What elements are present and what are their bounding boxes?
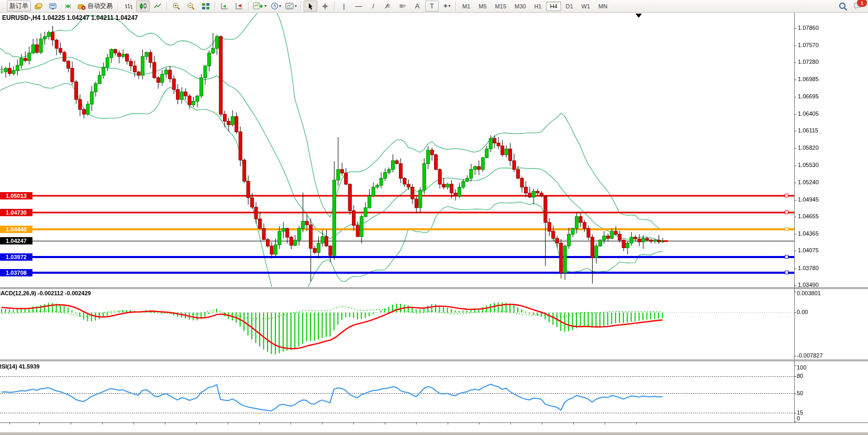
notification-badge: 1 [857,0,867,7]
toolbar-separator [455,2,457,10]
line-price-tag: 1.04730 [0,209,32,216]
add-indicator-icon[interactable]: ▾ [251,1,268,12]
timeframe-button-M15[interactable]: M15 [492,2,510,11]
line-price-tag: 1.03972 [0,253,32,261]
chart-ohlc-header: EURUSD-,H4 1.04225 1.04247 1.04211 1.042… [2,14,138,21]
price-axis-label: 1.05530 [798,162,819,168]
rsi-axis-label: 100 [797,364,806,371]
rsi-indicator-label: RSI(14) 41.5939 [0,363,40,370]
horizontal-line-tool-icon[interactable]: — [352,1,365,12]
price-axis-label: 1.06985 [798,76,819,82]
auto-trading-label: 自动交易 [87,2,113,10]
timeframe-toolbar: M1M5M15M30H1H4D1W1MN [458,2,611,11]
arrows-glyph-icon: ✦ [443,3,449,9]
macd-indicator-label: MACD(12,26,9) -0.002112 -0.002429 [0,290,91,296]
text-label-tool-icon[interactable]: T [425,1,439,12]
line-price-tag: 1.04440 [0,226,32,233]
cursor-icon[interactable] [304,1,317,12]
arrows-tool-icon[interactable]: ✦ ▾ [440,1,453,12]
toolbar-grip[interactable] [2,2,5,10]
text-tool-icon[interactable]: A [410,1,424,12]
trendline-tool-icon[interactable]: / [366,1,380,12]
chart-canvas[interactable] [0,0,868,435]
auto-scroll-icon[interactable] [218,1,231,12]
price-axis-label: 1.06695 [798,93,819,99]
timeframe-button-M30[interactable]: M30 [511,2,529,11]
timeframe-button-M1[interactable]: M1 [459,2,474,11]
market-watch-icon[interactable] [47,1,60,12]
toolbar-grip[interactable] [117,2,119,10]
dropdown-arrow-icon: ▾ [264,4,266,8]
timeframe-button-H1[interactable]: H1 [530,2,545,11]
period-clock-icon[interactable]: ▾ [269,1,283,12]
dropdown-arrow-icon: ▾ [279,4,281,8]
search-icon[interactable] [836,1,850,12]
price-axis-label: 1.07280 [798,59,819,65]
price-axis-label: 1.06405 [798,110,819,117]
crosshair-icon[interactable] [318,1,332,12]
zoom-in-icon[interactable] [170,1,183,12]
tile-windows-icon[interactable] [199,1,213,12]
trading-terminal-window: 新订单 自动交易 [0,0,868,435]
zoom-out-icon[interactable] [184,1,198,12]
price-axis-label: 1.03490 [798,282,819,288]
price-axis-label: 1.05240 [798,179,819,185]
current-price-tag: 1.04247 [0,237,32,244]
price-axis-label: 1.07860 [798,25,819,31]
rsi-axis-label: 0 [797,415,800,421]
timeframe-button-M5[interactable]: M5 [475,2,490,11]
chat-icon[interactable]: 1 [851,1,864,12]
price-axis-label: 1.04945 [798,196,819,203]
candlestick-chart-type-icon[interactable] [136,1,150,12]
auto-trading-button[interactable]: 自动交易 [76,1,114,12]
toolbar-separator [334,2,335,10]
line-price-tag: 1.03708 [0,269,32,276]
fibonacci-tool-icon[interactable]: ≡F [396,1,409,12]
price-axis-label: 1.04075 [798,247,819,253]
channel-tool-icon[interactable]: ⁄⁄E [381,1,395,12]
price-axis-label: 1.03780 [798,265,819,271]
price-axis-label: 1.06115 [798,127,818,133]
new-order-button[interactable]: 新订单 [7,1,31,12]
chart-shift-marker-icon[interactable] [636,14,642,18]
timeframe-button-MN[interactable]: MN [595,2,611,11]
macd-axis-label: 0.003801 [797,290,821,296]
price-axis-label: 1.04365 [798,230,819,237]
line-chart-type-icon[interactable] [151,1,164,12]
toolbar-separator [248,2,249,10]
timeframe-button-W1[interactable]: W1 [578,2,594,11]
dropdown-arrow-icon: ▾ [448,4,450,8]
template-icon[interactable]: ▾ [284,1,298,12]
chart-shift-icon[interactable] [232,1,246,12]
line-price-tag: 1.05013 [0,192,32,199]
macd-axis-label: -0.007827 [797,352,823,359]
rsi-axis-label: 50 [797,390,803,396]
timeframe-button-D1[interactable]: D1 [562,2,577,11]
toolbar-separator [301,2,302,10]
toolbar-separator [215,2,216,10]
dropdown-arrow-icon: ▾ [295,4,297,8]
bar-chart-type-icon[interactable] [121,1,135,12]
charts-profile-icon[interactable] [32,1,46,12]
signals-icon[interactable] [61,1,75,12]
vertical-line-tool-icon[interactable]: | [337,1,351,12]
price-axis-label: 1.07570 [798,42,819,48]
toolbar-separator [166,2,168,10]
timeframe-button-H4[interactable]: H4 [546,2,561,11]
rsi-axis-label: 80 [797,373,803,379]
price-axis-label: 1.05820 [798,144,819,151]
price-axis-label: 1.04655 [798,213,819,219]
main-toolbar: 新订单 自动交易 [0,0,868,13]
macd-axis-label: 0.00 [797,309,808,315]
